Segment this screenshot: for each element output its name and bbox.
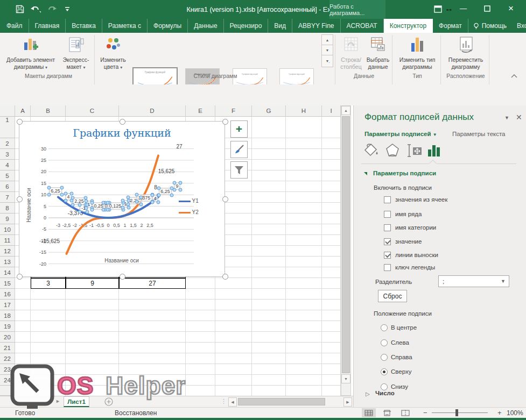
- row-header-17[interactable]: 17: [0, 300, 15, 310]
- ribbon-display-options-icon[interactable]: [434, 5, 442, 13]
- tab-text-options[interactable]: Параметры текста: [452, 131, 505, 137]
- panel-close-icon[interactable]: ✕: [516, 113, 522, 122]
- chart-selection-handle[interactable]: [17, 196, 23, 202]
- select-data-button[interactable]: Выбрать данные: [365, 34, 391, 74]
- legend-item-y2[interactable]: Y2: [179, 209, 199, 215]
- y-axis-title[interactable]: Название оси: [26, 181, 32, 230]
- tab-signin[interactable]: Вход: [511, 19, 526, 33]
- column-header-B[interactable]: B: [31, 105, 66, 117]
- data-label-15,625[interactable]: 15,625: [158, 168, 175, 174]
- row-header-21[interactable]: 21: [0, 343, 15, 353]
- quick-layout-button[interactable]: Экспресс- макет ▾: [59, 34, 93, 74]
- size-properties-icon[interactable]: [406, 143, 423, 158]
- row-header-13[interactable]: 13: [0, 257, 15, 267]
- checkbox-имя ряда[interactable]: имя ряда: [384, 211, 513, 220]
- cell-row15-2[interactable]: 27: [119, 278, 186, 289]
- cell-row15-0[interactable]: 3: [31, 278, 66, 289]
- close-button[interactable]: ×: [508, 3, 514, 14]
- effects-icon[interactable]: [385, 143, 400, 158]
- data-label--15,625[interactable]: -15,625: [41, 238, 60, 244]
- ribbon-tab-Главная[interactable]: Главная: [29, 19, 66, 33]
- section-collapse-icon[interactable]: [364, 172, 367, 175]
- restore-button[interactable]: [484, 5, 490, 12]
- horizontal-scroll-thumb[interactable]: [238, 398, 325, 405]
- sheet-nav-next-icon[interactable]: ►: [55, 398, 60, 404]
- hscroll-left-icon[interactable]: ◀: [228, 397, 237, 407]
- collapse-ribbon-icon[interactable]: [510, 74, 518, 79]
- zoom-slider-track[interactable]: [432, 412, 488, 413]
- x-axis-title[interactable]: Название оси: [73, 258, 170, 264]
- row-header-19[interactable]: 19: [0, 321, 15, 332]
- chart-selection-handle[interactable]: [222, 196, 228, 202]
- column-header-D[interactable]: D: [119, 105, 186, 117]
- row-header-1[interactable]: 1: [0, 117, 15, 138]
- zoom-slider-thumb[interactable]: [455, 409, 458, 416]
- minimize-button[interactable]: —: [460, 4, 467, 12]
- row-header-4[interactable]: 4: [0, 160, 15, 170]
- row-header-10[interactable]: 10: [0, 224, 15, 235]
- checkbox-линии выноски[interactable]: линии выноски: [384, 252, 513, 261]
- ribbon-tab-Формулы[interactable]: Формулы: [148, 19, 188, 33]
- checkbox-значения из ячеек[interactable]: значения из ячеек: [384, 196, 513, 206]
- section-label-options[interactable]: Параметры подписи: [373, 170, 436, 176]
- chart-selection-handle[interactable]: [120, 274, 125, 280]
- tab-help[interactable]: Помощь: [468, 19, 511, 33]
- reset-button[interactable]: Сброс: [378, 290, 407, 302]
- ribbon-tab-Формат[interactable]: Формат: [433, 19, 468, 33]
- move-chart-button[interactable]: Переместить диаграмму: [445, 34, 487, 74]
- checkbox-ключ легенды[interactable]: ключ легенды: [384, 264, 513, 274]
- chart-selection-handle[interactable]: [120, 119, 125, 125]
- row-header-14[interactable]: 14: [0, 267, 15, 278]
- checkbox-имя категории[interactable]: имя категории: [384, 224, 513, 234]
- fill-line-icon[interactable]: [363, 143, 380, 158]
- chart-selection-handle[interactable]: [222, 119, 228, 125]
- vertical-scroll-thumb[interactable]: [342, 116, 350, 373]
- data-label-27[interactable]: 27: [176, 144, 182, 150]
- row-header-20[interactable]: 20: [0, 332, 15, 343]
- row-header-3[interactable]: 3: [0, 149, 15, 160]
- radio-Справа[interactable]: Справа: [381, 354, 499, 364]
- radio-Сверху[interactable]: Сверху: [381, 368, 499, 378]
- cell-row15-1[interactable]: 9: [66, 278, 119, 289]
- separator-dropdown[interactable]: ; ▼: [438, 275, 509, 287]
- gallery-down-button[interactable]: ▼: [321, 45, 333, 56]
- column-header-C[interactable]: C: [66, 105, 119, 117]
- ribbon-tab-ACROBAT[interactable]: ACROBAT: [341, 19, 384, 33]
- row-header-22[interactable]: 22: [0, 353, 15, 364]
- vertical-scrollbar[interactable]: ▲ ▼: [341, 105, 351, 396]
- view-page-layout-icon[interactable]: [380, 408, 394, 417]
- zoom-in-icon[interactable]: +: [497, 409, 502, 417]
- ribbon-tab-Данные[interactable]: Данные: [188, 19, 223, 33]
- row-header-2[interactable]: 2: [0, 138, 15, 149]
- column-header-I[interactable]: I: [322, 105, 341, 117]
- row-header-24[interactable]: 24: [0, 375, 15, 386]
- row-header-15[interactable]: 15: [0, 278, 15, 289]
- column-header-A[interactable]: A: [15, 105, 31, 117]
- ribbon-tab-ABBYY Fine[interactable]: ABBYY Fine: [292, 19, 340, 33]
- scroll-up-icon[interactable]: ▲: [341, 106, 350, 115]
- chart-filters-button[interactable]: [230, 161, 248, 179]
- ribbon-tab-Вид[interactable]: Вид: [268, 19, 292, 33]
- add-chart-element-button[interactable]: Добавить элемент диаграммы ▾: [3, 34, 58, 74]
- radio-В центре[interactable]: В центре: [381, 324, 499, 334]
- undo-icon[interactable]: [30, 4, 41, 14]
- gallery-up-button[interactable]: ▲: [321, 34, 333, 46]
- zoom-out-icon[interactable]: −: [423, 409, 427, 417]
- row-header-12[interactable]: 12: [0, 246, 15, 257]
- sheet-tab-list1[interactable]: Лист1: [64, 396, 89, 407]
- change-colors-button[interactable]: Изменить цвета ▾: [96, 34, 130, 74]
- chart-styles-button[interactable]: [230, 141, 248, 158]
- hscroll-right-icon[interactable]: ▶: [343, 397, 352, 407]
- ribbon-tab-Рецензиро[interactable]: Рецензиро: [224, 19, 269, 33]
- row-header-5[interactable]: 5: [0, 170, 15, 181]
- checkbox-значение[interactable]: значение: [384, 238, 513, 248]
- number-expand-icon[interactable]: ▷: [366, 391, 370, 397]
- sheet-nav-prev-icon[interactable]: ◄: [47, 398, 52, 404]
- column-header-E[interactable]: E: [186, 105, 215, 117]
- chart-selection-handle[interactable]: [222, 274, 228, 280]
- gallery-more-button[interactable]: ▼̱: [321, 55, 333, 67]
- ribbon-tab-Конструктор[interactable]: Конструктор: [384, 19, 433, 33]
- customize-qat-icon[interactable]: [65, 6, 70, 12]
- row-header-11[interactable]: 11: [0, 235, 15, 246]
- row-header-6[interactable]: 6: [0, 181, 15, 192]
